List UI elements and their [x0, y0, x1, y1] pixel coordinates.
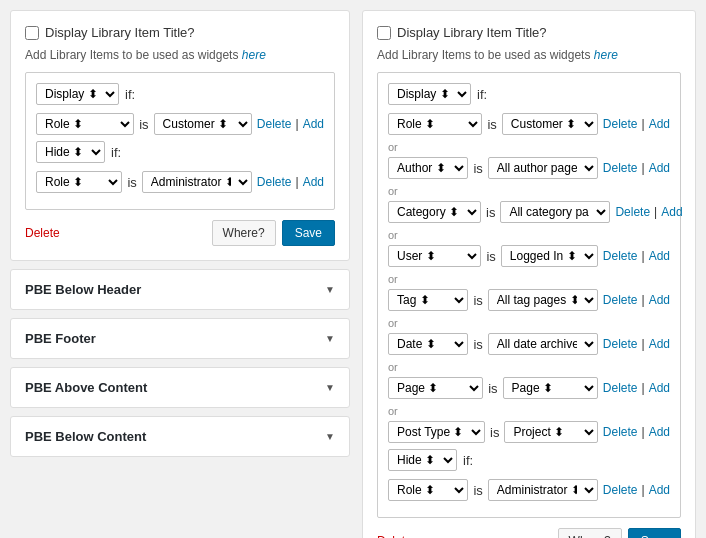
right-field-6[interactable]: Page ⬍	[388, 377, 483, 399]
right-delete-2[interactable]: Delete	[615, 205, 650, 219]
right-condition-0: Role ⬍ is Customer ⬍ Delete | Add	[388, 113, 670, 135]
left-delete-link-2[interactable]: Delete	[257, 175, 292, 189]
right-field-7[interactable]: Post Type ⬍	[388, 421, 485, 443]
right-del-add-7: Delete | Add	[603, 425, 670, 439]
left-library-link[interactable]: here	[242, 48, 266, 62]
right-delete-4[interactable]: Delete	[603, 293, 638, 307]
left-value-select-2[interactable]: Administrator ⬍	[142, 171, 252, 193]
right-hide-value[interactable]: Administrator ⬍	[488, 479, 598, 501]
right-hide-add[interactable]: Add	[649, 483, 670, 497]
or-3: or	[388, 273, 670, 285]
left-condition-2: Role ⬍ is Administrator ⬍ Delete | Add	[36, 171, 324, 193]
right-hide-del-add: Delete | Add	[603, 483, 670, 497]
left-field-select-2[interactable]: Role ⬍	[36, 171, 122, 193]
left-add-link-1[interactable]: Add	[303, 117, 324, 131]
right-add-4[interactable]: Add	[649, 293, 670, 307]
left-display-select[interactable]: Display ⬍	[36, 83, 119, 105]
right-value-2[interactable]: All category pa ⬍	[500, 201, 610, 223]
right-field-0[interactable]: Role ⬍	[388, 113, 482, 135]
left-delete-add-1: Delete | Add	[257, 117, 324, 131]
right-del-add-2: Delete | Add	[615, 205, 682, 219]
or-6: or	[388, 405, 670, 417]
right-value-1[interactable]: All author page ⬍	[488, 157, 598, 179]
below-header-label: PBE Below Header	[25, 282, 141, 297]
right-field-4[interactable]: Tag ⬍	[388, 289, 468, 311]
left-display-title-label: Display Library Item Title?	[45, 25, 195, 40]
above-content-label: PBE Above Content	[25, 380, 147, 395]
left-display-row: Display ⬍ if:	[36, 83, 324, 105]
left-is-label-1: is	[139, 117, 148, 132]
right-field-1[interactable]: Author ⬍	[388, 157, 468, 179]
right-add-0[interactable]: Add	[649, 117, 670, 131]
left-delete-widget-link[interactable]: Delete	[25, 226, 60, 240]
left-save-button[interactable]: Save	[282, 220, 335, 246]
sidebar-item-below-content[interactable]: PBE Below Content ▼	[10, 416, 350, 457]
left-value-select-1[interactable]: Customer ⬍	[154, 113, 252, 135]
or-4: or	[388, 317, 670, 329]
right-display-title-label: Display Library Item Title?	[397, 25, 547, 40]
left-field-select-1[interactable]: Role ⬍	[36, 113, 134, 135]
below-header-chevron: ▼	[325, 284, 335, 295]
below-content-label: PBE Below Content	[25, 429, 146, 444]
right-display-select[interactable]: Display ⬍	[388, 83, 471, 105]
right-value-3[interactable]: Logged In ⬍	[501, 245, 598, 267]
right-delete-6[interactable]: Delete	[603, 381, 638, 395]
sidebar-item-below-header[interactable]: PBE Below Header ▼	[10, 269, 350, 310]
right-del-add-4: Delete | Add	[603, 293, 670, 307]
right-add-7[interactable]: Add	[649, 425, 670, 439]
right-value-6[interactable]: Page ⬍	[503, 377, 598, 399]
right-footer-row: Delete Where? Save	[377, 528, 681, 538]
right-condition-7: Post Type ⬍ is Project ⬍ Delete | Add	[388, 421, 670, 443]
right-delete-7[interactable]: Delete	[603, 425, 638, 439]
right-value-4[interactable]: All tag pages ⬍	[488, 289, 598, 311]
right-save-button[interactable]: Save	[628, 528, 681, 538]
or-0: or	[388, 141, 670, 153]
right-condition-2: Category ⬍ is All category pa ⬍ Delete |…	[388, 201, 670, 223]
sidebar-item-above-content[interactable]: PBE Above Content ▼	[10, 367, 350, 408]
left-hide-select[interactable]: Hide ⬍	[36, 141, 105, 163]
left-add-link-2[interactable]: Add	[303, 175, 324, 189]
right-hide-select[interactable]: Hide ⬍	[388, 449, 457, 471]
right-library-note: Add Library Items to be used as widgets …	[377, 48, 681, 62]
above-content-chevron: ▼	[325, 382, 335, 393]
right-hide-delete[interactable]: Delete	[603, 483, 638, 497]
sidebar-item-footer[interactable]: PBE Footer ▼	[10, 318, 350, 359]
right-add-2[interactable]: Add	[661, 205, 682, 219]
right-del-add-3: Delete | Add	[603, 249, 670, 263]
right-field-5[interactable]: Date ⬍	[388, 333, 468, 355]
right-delete-1[interactable]: Delete	[603, 161, 638, 175]
right-field-2[interactable]: Category ⬍	[388, 201, 481, 223]
right-add-3[interactable]: Add	[649, 249, 670, 263]
left-widget-panel: Display Library Item Title? Add Library …	[10, 10, 350, 261]
right-display-title-checkbox[interactable]	[377, 26, 391, 40]
left-hide-row: Hide ⬍ if:	[36, 141, 324, 163]
right-value-5[interactable]: All date archive ⬍	[488, 333, 598, 355]
right-field-3[interactable]: User ⬍	[388, 245, 481, 267]
left-delete-add-2: Delete | Add	[257, 175, 324, 189]
right-delete-5[interactable]: Delete	[603, 337, 638, 351]
or-1: or	[388, 185, 670, 197]
right-delete-3[interactable]: Delete	[603, 249, 638, 263]
right-del-add-0: Delete | Add	[603, 117, 670, 131]
right-hide-field[interactable]: Role ⬍	[388, 479, 468, 501]
right-if-label: if:	[477, 87, 487, 102]
left-delete-link-1[interactable]: Delete	[257, 117, 292, 131]
right-add-1[interactable]: Add	[649, 161, 670, 175]
right-value-0[interactable]: Customer ⬍	[502, 113, 598, 135]
left-rules-box: Display ⬍ if: Role ⬍ is Customer ⬍ Delet…	[25, 72, 335, 210]
right-add-6[interactable]: Add	[649, 381, 670, 395]
right-value-7[interactable]: Project ⬍	[504, 421, 597, 443]
left-condition-1: Role ⬍ is Customer ⬍ Delete | Add	[36, 113, 324, 135]
right-condition-1: Author ⬍ is All author page ⬍ Delete | A…	[388, 157, 670, 179]
left-display-title-checkbox[interactable]	[25, 26, 39, 40]
right-display-row: Display ⬍ if:	[388, 83, 670, 105]
right-library-link[interactable]: here	[594, 48, 618, 62]
left-library-note: Add Library Items to be used as widgets …	[25, 48, 335, 62]
right-delete-0[interactable]: Delete	[603, 117, 638, 131]
left-where-button[interactable]: Where?	[212, 220, 276, 246]
left-if-label: if:	[125, 87, 135, 102]
right-delete-widget-link[interactable]: Delete	[377, 534, 412, 538]
right-condition-5: Date ⬍ is All date archive ⬍ Delete | Ad…	[388, 333, 670, 355]
right-where-button[interactable]: Where?	[558, 528, 622, 538]
right-add-5[interactable]: Add	[649, 337, 670, 351]
